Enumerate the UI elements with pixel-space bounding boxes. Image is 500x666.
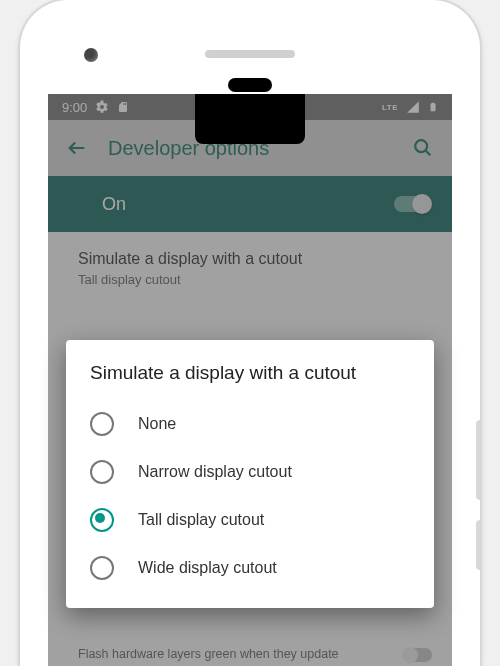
option-label: Wide display cutout xyxy=(138,559,277,577)
phone-frame: 9:00 LTE D xyxy=(20,0,480,666)
dialog-cutout-options: Simulate a display with a cutout None Na… xyxy=(66,340,434,608)
radio-icon xyxy=(90,460,114,484)
display-cutout xyxy=(195,94,305,144)
dialog-option-narrow[interactable]: Narrow display cutout xyxy=(90,448,410,496)
dialog-option-wide[interactable]: Wide display cutout xyxy=(90,544,410,592)
radio-icon xyxy=(90,508,114,532)
dialog-option-tall[interactable]: Tall display cutout xyxy=(90,496,410,544)
radio-icon xyxy=(90,556,114,580)
speaker-grille-icon xyxy=(205,50,295,58)
side-button xyxy=(476,420,480,500)
option-label: Narrow display cutout xyxy=(138,463,292,481)
radio-icon xyxy=(90,412,114,436)
option-label: None xyxy=(138,415,176,433)
front-camera-icon xyxy=(84,48,98,62)
dialog-option-none[interactable]: None xyxy=(90,400,410,448)
sensor-pill-icon xyxy=(228,78,272,92)
dialog-title: Simulate a display with a cutout xyxy=(90,362,410,384)
option-label: Tall display cutout xyxy=(138,511,264,529)
side-button xyxy=(476,520,480,570)
